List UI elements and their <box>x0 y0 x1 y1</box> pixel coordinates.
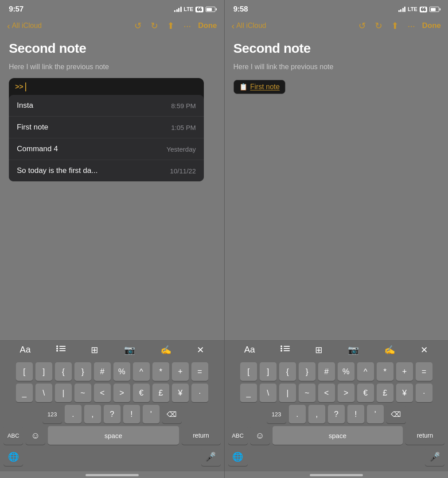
toolbar-close-btn[interactable]: ✕ <box>193 343 208 357</box>
toolbar-draw-btn[interactable]: ✍ <box>381 343 399 357</box>
key-period[interactable]: . <box>289 405 306 423</box>
key-equals[interactable]: = <box>191 362 208 381</box>
left-redo-icon[interactable]: ↻ <box>149 20 160 32</box>
note-link-chip[interactable]: 📋 First note <box>234 80 286 94</box>
key-period[interactable]: . <box>65 405 82 423</box>
right-done-button[interactable]: Done <box>422 21 441 30</box>
key-comma[interactable]: , <box>84 405 101 423</box>
key-hash[interactable]: # <box>318 362 335 381</box>
key-question[interactable]: ? <box>104 405 121 423</box>
left-more-icon[interactable]: ··· <box>182 20 193 32</box>
key-pipe[interactable]: | <box>279 384 296 402</box>
key-globe[interactable]: 🌐 <box>4 447 23 466</box>
dropdown-item-today[interactable]: So today is the first da... 10/11/22 <box>9 160 204 181</box>
left-status-time: 9:57 <box>9 5 23 14</box>
key-underscore[interactable]: _ <box>16 384 33 402</box>
left-back-button[interactable]: ‹ All iCloud <box>7 22 42 30</box>
toolbar-list-btn[interactable] <box>277 343 293 357</box>
key-percent[interactable]: % <box>338 362 355 381</box>
key-less[interactable]: < <box>94 384 111 402</box>
dropdown-item-command4[interactable]: Command 4 Yesterday <box>9 138 204 160</box>
key-greater[interactable]: > <box>113 384 130 402</box>
key-space[interactable]: space <box>48 426 179 445</box>
key-yen[interactable]: ¥ <box>396 384 413 402</box>
key-123[interactable]: 123 <box>267 405 286 423</box>
toolbar-close-btn[interactable]: ✕ <box>417 343 432 357</box>
key-123[interactable]: 123 <box>43 405 62 423</box>
toolbar-table-btn[interactable]: ⊞ <box>312 343 326 357</box>
key-percent[interactable]: % <box>113 362 130 381</box>
dropdown-item-insta[interactable]: Insta 8:59 PM <box>9 95 204 117</box>
key-emoji[interactable]: ☺ <box>250 426 270 445</box>
key-euro[interactable]: € <box>357 384 374 402</box>
toolbar-font-btn[interactable]: Aa <box>241 343 258 357</box>
key-greater[interactable]: > <box>338 384 355 402</box>
left-share-icon[interactable]: ⬆ <box>165 20 176 32</box>
key-asterisk[interactable]: * <box>377 362 393 381</box>
key-apos[interactable]: ' <box>367 405 384 423</box>
key-equals[interactable]: = <box>416 362 432 381</box>
toolbar-list-btn[interactable] <box>52 343 69 357</box>
key-backslash[interactable]: \ <box>260 384 277 402</box>
key-hash[interactable]: # <box>94 362 111 381</box>
key-comma[interactable]: , <box>308 405 325 423</box>
key-caret[interactable]: ^ <box>133 362 150 381</box>
left-link-input-area[interactable]: >> Insta 8:59 PM First note 1:05 PM Comm… <box>9 78 204 181</box>
key-return[interactable]: return <box>405 426 444 445</box>
key-brace-close[interactable]: } <box>74 362 91 381</box>
key-bracket-open[interactable]: [ <box>16 362 33 381</box>
key-abc[interactable]: ABC <box>4 426 23 445</box>
key-tilde[interactable]: ~ <box>74 384 91 402</box>
key-asterisk[interactable]: * <box>152 362 169 381</box>
toolbar-table-btn[interactable]: ⊞ <box>87 343 102 357</box>
toolbar-font-btn[interactable]: Aa <box>16 343 34 357</box>
key-abc[interactable]: ABC <box>228 426 248 445</box>
right-redo-icon[interactable]: ↻ <box>373 20 384 32</box>
key-yen[interactable]: ¥ <box>172 384 189 402</box>
key-return[interactable]: return <box>182 426 221 445</box>
right-undo-icon[interactable]: ↺ <box>357 20 368 32</box>
key-caret[interactable]: ^ <box>357 362 374 381</box>
dropdown-item-first-note[interactable]: First note 1:05 PM <box>9 117 204 138</box>
key-brace-open[interactable]: { <box>55 362 72 381</box>
left-done-button[interactable]: Done <box>198 21 217 30</box>
key-exclaim[interactable]: ! <box>123 405 140 423</box>
key-plus[interactable]: + <box>172 362 189 381</box>
note-link-text[interactable]: First note <box>250 83 280 91</box>
toolbar-draw-btn[interactable]: ✍ <box>157 343 175 357</box>
key-bracket-close[interactable]: ] <box>35 362 52 381</box>
key-pound[interactable]: £ <box>152 384 169 402</box>
right-more-icon[interactable]: ··· <box>406 20 417 32</box>
key-delete[interactable]: ⌫ <box>162 405 182 423</box>
key-row-bottom: 🌐 🎤 <box>226 447 447 466</box>
key-mic[interactable]: 🎤 <box>201 447 221 466</box>
key-tilde[interactable]: ~ <box>299 384 316 402</box>
key-emoji[interactable]: ☺ <box>26 426 45 445</box>
key-brace-open[interactable]: { <box>279 362 296 381</box>
left-undo-icon[interactable]: ↺ <box>132 20 144 32</box>
right-share-icon[interactable]: ⬆ <box>390 20 401 32</box>
key-dot[interactable]: · <box>416 384 432 402</box>
key-apos[interactable]: ' <box>143 405 160 423</box>
key-less[interactable]: < <box>318 384 335 402</box>
toolbar-camera-btn[interactable]: 📷 <box>121 343 139 357</box>
key-mic[interactable]: 🎤 <box>425 447 444 466</box>
key-space[interactable]: space <box>273 426 403 445</box>
key-pipe[interactable]: | <box>55 384 72 402</box>
key-backslash[interactable]: \ <box>35 384 52 402</box>
key-pound[interactable]: £ <box>377 384 393 402</box>
key-brace-close[interactable]: } <box>299 362 316 381</box>
key-dot[interactable]: · <box>191 384 208 402</box>
key-delete[interactable]: ⌫ <box>386 405 406 423</box>
key-question[interactable]: ? <box>328 405 345 423</box>
key-bracket-open[interactable]: [ <box>240 362 257 381</box>
key-euro[interactable]: € <box>133 384 150 402</box>
link-input-line: >> <box>15 82 198 91</box>
key-underscore[interactable]: _ <box>240 384 257 402</box>
key-plus[interactable]: + <box>396 362 413 381</box>
right-back-button[interactable]: ‹ All iCloud <box>232 22 266 30</box>
key-exclaim[interactable]: ! <box>347 405 364 423</box>
key-globe[interactable]: 🌐 <box>228 447 248 466</box>
key-bracket-close[interactable]: ] <box>260 362 277 381</box>
toolbar-camera-btn[interactable]: 📷 <box>344 343 362 357</box>
